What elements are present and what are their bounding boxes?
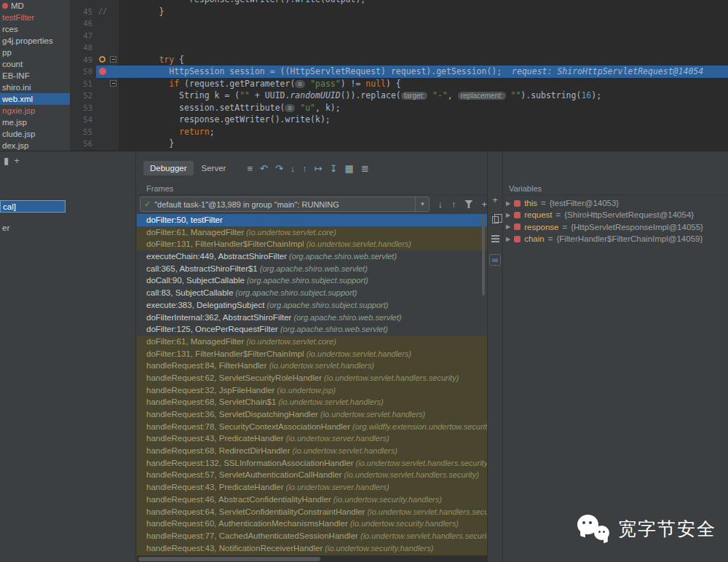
variable-row-chain[interactable]: ▶chain = {FilterHandler$FilterChainImpl@… xyxy=(503,233,728,245)
tree-item-eb-inf[interactable]: EB-INF xyxy=(0,70,70,82)
frame-row[interactable]: handleRequest:46, AbstractConfidentialit… xyxy=(137,494,487,506)
step-over-icon[interactable]: ↷ xyxy=(275,164,283,173)
watermark-text: 宽字节安全 xyxy=(618,517,716,541)
frame-row[interactable]: handleRequest:84, FilterHandler (io.unde… xyxy=(137,360,487,372)
add-watch-icon[interactable]: + xyxy=(492,195,498,205)
frame-row[interactable]: handleRequest:78, SecurityContextAssocia… xyxy=(137,421,487,433)
tree-item-md[interactable]: MD xyxy=(0,0,70,12)
tree-item-testfilter[interactable]: testFilter xyxy=(0,12,70,23)
tree-item-pp[interactable]: pp xyxy=(0,47,70,58)
fold-icon[interactable] xyxy=(110,56,116,63)
settings-menu-icon[interactable]: ≡ xyxy=(247,164,253,173)
breakpoint-icon[interactable] xyxy=(99,68,106,75)
frame-row[interactable]: call:83, SubjectCallable (org.apache.shi… xyxy=(137,287,487,299)
frame-row[interactable]: doFilterInternal:362, AbstractShiroFilte… xyxy=(137,312,487,324)
frame-row[interactable]: doCall:90, SubjectCallable (org.apache.s… xyxy=(137,274,487,287)
tree-item-count[interactable]: count xyxy=(0,58,70,70)
tree-item-dex-jsp[interactable]: dex.jsp xyxy=(0,140,70,151)
frame-row[interactable]: handleRequest:64, ServletConfidentiality… xyxy=(137,506,487,518)
drop-frame-icon[interactable]: ↧ xyxy=(330,164,338,173)
expand-icon[interactable]: ▶ xyxy=(506,212,510,218)
tab-debugger[interactable]: Debugger xyxy=(143,161,194,175)
fold-icon[interactable] xyxy=(110,80,116,87)
code-line-49[interactable]: 49 try { xyxy=(70,54,728,66)
frame-row[interactable]: doFilter:50, testFilter xyxy=(137,214,487,226)
tree-item-ngxie-jsp[interactable]: ngxie.jsp xyxy=(0,105,70,116)
code-line-48[interactable]: 48 xyxy=(70,41,728,54)
code-line-45[interactable]: 45// } xyxy=(70,6,728,18)
expand-icon[interactable]: ▶ xyxy=(506,236,510,242)
frame-row[interactable]: handleRequest:36, ServletDispatchingHand… xyxy=(137,408,487,421)
frame-row[interactable]: doFilter:125, OncePerRequestFilter (org.… xyxy=(137,323,487,336)
expand-icon[interactable]: ▶ xyxy=(506,200,510,207)
copy-stack-icon[interactable] xyxy=(492,216,499,223)
server-tree-item-cal[interactable]: cal] xyxy=(0,200,66,213)
frame-row[interactable]: handleRequest:43, PredicateHandler (io.u… xyxy=(137,481,487,494)
add-icon[interactable]: + xyxy=(481,199,487,209)
frame-row[interactable]: doFilter:61, ManagedFilter (io.undertow.… xyxy=(137,336,487,348)
variable-row-response[interactable]: ▶response = {HttpServletResponseImpl@140… xyxy=(503,221,728,233)
tree-item-shiro-ini[interactable]: shiro.ini xyxy=(0,82,70,93)
horizontal-scrollbar-thumb[interactable] xyxy=(138,557,320,561)
code-line-54[interactable]: 54 response.getWriter().write(k); xyxy=(70,114,728,126)
tree-item-me-jsp[interactable]: me.jsp xyxy=(0,116,70,128)
frame-row[interactable]: call:365, AbstractShiroFilter$1 (org.apa… xyxy=(137,263,487,275)
code-line-51[interactable]: 51 if (request.getParameter(≡ "pass") !=… xyxy=(70,78,728,90)
filter-frames-icon[interactable] xyxy=(464,200,472,208)
frame-row[interactable]: handleRequest:62, ServletSecurityRoleHan… xyxy=(137,372,487,384)
frame-row[interactable]: doFilter:131, FilterHandler$FilterChainI… xyxy=(137,238,487,250)
previous-frame-icon[interactable]: ↓ xyxy=(438,199,443,209)
frame-row[interactable]: handleRequest:68, RedirectDirHandler (io… xyxy=(137,445,487,457)
step-out-icon[interactable]: ↑ xyxy=(302,164,307,173)
window-icon[interactable]: ▮ xyxy=(4,156,9,165)
tree-item-rces[interactable]: rces xyxy=(0,23,70,35)
tree-item-g4j-properties[interactable]: g4j.properties xyxy=(0,35,70,47)
thread-selector[interactable]: ✓ "default task-1"@13,989 in group "main… xyxy=(140,197,430,212)
code-line[interactable]: response.getWriter().write(output); xyxy=(70,0,728,6)
code-editor[interactable]: response.getWriter().write(output);45// … xyxy=(70,0,728,151)
run-to-cursor-icon[interactable]: ↦ xyxy=(314,164,323,173)
tab-server[interactable]: Server xyxy=(195,161,233,175)
line-number: 56 xyxy=(70,138,96,150)
frame-row[interactable]: executeChain:449, AbstractShiroFilter (o… xyxy=(137,250,487,263)
frame-row[interactable]: execute:383, DelegatingSubject (org.apac… xyxy=(137,299,487,312)
frame-row[interactable]: doFilter:61, ManagedFilter (io.undertow.… xyxy=(137,226,487,239)
rerun-icon[interactable]: ↶ xyxy=(260,164,268,173)
next-frame-icon[interactable]: ↑ xyxy=(451,199,456,209)
code-line-53[interactable]: 53 session.setAttribute(≡ "u", k); xyxy=(70,102,728,114)
code-line-52[interactable]: 52 String k = ("" + UUID.randomUUID()).r… xyxy=(70,90,728,102)
expand-icon[interactable]: ▶ xyxy=(506,223,510,230)
tree-item-web-xml[interactable]: web.xml xyxy=(0,93,70,105)
evaluate-expression-icon[interactable]: ▦ xyxy=(345,164,354,173)
async-stack-traces-icon[interactable]: ∞ xyxy=(489,254,502,266)
horizontal-scrollbar[interactable] xyxy=(137,555,487,562)
code-line-56[interactable]: 56 } xyxy=(70,138,728,150)
frame-row[interactable]: handleRequest:77, CachedAuthenticatedSes… xyxy=(137,530,487,542)
frame-row[interactable]: handleRequest:60, AuthenticationMechanis… xyxy=(137,518,487,530)
code-line-50[interactable]: 50 HttpSession session = ((HttpServletRe… xyxy=(70,66,728,78)
variable-row-this[interactable]: ▶this = {testFilter@14053} xyxy=(503,197,728,209)
frame-row[interactable]: handleRequest:32, JspFileHandler (io.und… xyxy=(137,384,487,397)
tree-item-clude-jsp[interactable]: clude.jsp xyxy=(0,128,70,140)
code-line-46[interactable]: 46 xyxy=(70,17,728,30)
frame-row[interactable]: handleRequest:43, PredicateHandler (io.u… xyxy=(137,432,487,445)
variables-list: ▶this = {testFilter@14053}▶request = {Sh… xyxy=(503,197,728,245)
frame-row[interactable]: handleRequest:57, ServletAuthenticationC… xyxy=(137,469,487,481)
frame-row[interactable]: handleRequest:68, ServletChain$1 (io.und… xyxy=(137,396,487,408)
server-tree-item-er[interactable]: er xyxy=(0,222,135,234)
frame-row[interactable]: handleRequest:43, NotificationReceiverHa… xyxy=(137,542,487,555)
add-tab-icon[interactable]: + xyxy=(14,156,20,165)
frames-scrollbar[interactable] xyxy=(482,215,485,296)
code-line-55[interactable]: 55 return; xyxy=(70,126,728,138)
debug-toolbar: DebuggerServer ≡↶↷↓↑↦↧▦≣ xyxy=(137,159,369,178)
frame-row[interactable]: handleRequest:132, SSLInformationAssocia… xyxy=(137,457,487,470)
chevron-down-icon[interactable]: ▼ xyxy=(415,197,429,211)
gutter-ring-icon[interactable] xyxy=(99,56,106,63)
view-options-icon[interactable] xyxy=(491,235,499,242)
code-line-47[interactable]: 47 xyxy=(70,30,728,42)
variables-header-label: Variables xyxy=(509,184,542,193)
variable-row-request[interactable]: ▶request = {ShiroHttpServletRequest@1405… xyxy=(503,209,728,221)
frame-row[interactable]: doFilter:131, FilterHandler$FilterChainI… xyxy=(137,348,487,360)
layout-settings-icon[interactable]: ≣ xyxy=(361,164,369,173)
step-into-icon[interactable]: ↓ xyxy=(290,164,296,173)
